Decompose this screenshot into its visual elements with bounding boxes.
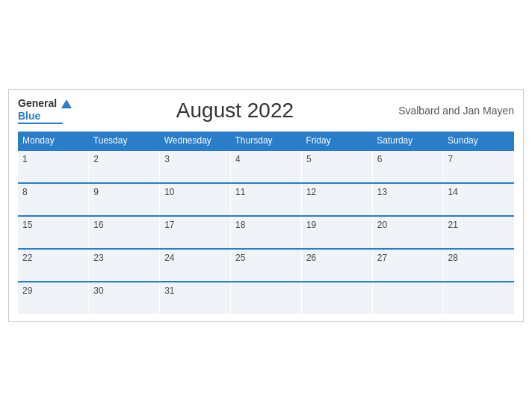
day-number: 1 <box>22 154 28 164</box>
day-number: 3 <box>164 154 170 164</box>
day-cell: 27 <box>372 249 443 282</box>
week-row-0: 1234567 <box>18 150 514 183</box>
day-number: 17 <box>164 220 174 230</box>
logo: General Blue <box>18 97 72 125</box>
day-number: 5 <box>306 154 312 164</box>
week-row-2: 15161718192021 <box>18 216 514 249</box>
day-cell <box>301 282 372 314</box>
calendar-header: General Blue August 2022 Svalbard and Ja… <box>18 97 514 125</box>
day-number: 23 <box>93 253 103 263</box>
calendar-container: General Blue August 2022 Svalbard and Ja… <box>8 89 524 323</box>
day-number: 8 <box>22 187 28 197</box>
day-number: 30 <box>93 285 103 296</box>
day-cell: 18 <box>231 216 302 249</box>
day-cell: 14 <box>443 183 514 216</box>
day-cell: 6 <box>372 150 443 183</box>
day-number: 6 <box>377 154 383 164</box>
day-cell <box>231 282 302 314</box>
day-cell: 4 <box>231 150 302 183</box>
day-number: 27 <box>377 253 387 263</box>
day-number: 7 <box>448 154 454 164</box>
day-cell: 19 <box>301 216 372 249</box>
header-sunday: Sunday <box>443 132 514 150</box>
day-cell <box>372 282 443 314</box>
day-cell: 9 <box>89 183 160 216</box>
weekday-header-row: Monday Tuesday Wednesday Thursday Friday… <box>18 132 514 150</box>
day-cell: 1 <box>18 150 89 183</box>
day-cell: 10 <box>160 183 231 216</box>
day-cell: 29 <box>18 282 89 314</box>
day-cell: 21 <box>443 216 514 249</box>
day-cell: 20 <box>372 216 443 249</box>
logo-triangle-icon <box>61 99 72 108</box>
day-number: 15 <box>22 220 32 230</box>
calendar-table: Monday Tuesday Wednesday Thursday Friday… <box>18 132 514 314</box>
day-cell: 28 <box>443 249 514 282</box>
day-number: 24 <box>164 253 174 263</box>
day-number: 14 <box>448 187 458 197</box>
day-cell: 23 <box>89 249 160 282</box>
header-wednesday: Wednesday <box>160 132 231 150</box>
week-row-4: 293031 <box>18 282 514 314</box>
header-thursday: Thursday <box>231 132 302 150</box>
day-number: 31 <box>164 285 174 296</box>
logo-blue: Blue <box>18 110 40 122</box>
week-row-3: 22232425262728 <box>18 249 514 282</box>
day-cell: 3 <box>160 150 231 183</box>
day-number: 18 <box>235 220 245 230</box>
day-cell: 24 <box>160 249 231 282</box>
day-number: 12 <box>306 187 316 197</box>
day-cell: 30 <box>89 282 160 314</box>
day-number: 10 <box>164 187 174 197</box>
header-monday: Monday <box>18 132 89 150</box>
day-cell: 5 <box>301 150 372 183</box>
day-cell: 17 <box>160 216 231 249</box>
logo-text: General <box>18 97 72 110</box>
day-number: 9 <box>93 187 99 197</box>
region-label: Svalbard and Jan Mayen <box>398 105 514 117</box>
day-cell: 8 <box>18 183 89 216</box>
week-row-1: 891011121314 <box>18 183 514 216</box>
logo-blue-line: Blue <box>18 110 40 123</box>
day-number: 19 <box>306 220 316 230</box>
day-cell: 22 <box>18 249 89 282</box>
day-number: 28 <box>448 253 458 263</box>
day-cell: 2 <box>89 150 160 183</box>
day-number: 21 <box>448 220 458 230</box>
calendar-thead: Monday Tuesday Wednesday Thursday Friday… <box>18 132 514 150</box>
logo-general: General <box>18 97 57 109</box>
day-number: 16 <box>93 220 103 230</box>
day-number: 25 <box>235 253 245 263</box>
calendar-title: August 2022 <box>72 99 398 123</box>
logo-underline <box>18 123 63 124</box>
header-saturday: Saturday <box>372 132 443 150</box>
day-cell: 15 <box>18 216 89 249</box>
day-number: 13 <box>377 187 387 197</box>
day-number: 22 <box>22 253 32 263</box>
day-cell <box>443 282 514 314</box>
day-cell: 26 <box>301 249 372 282</box>
day-number: 11 <box>235 187 245 197</box>
header-tuesday: Tuesday <box>89 132 160 150</box>
day-cell: 12 <box>301 183 372 216</box>
day-cell: 25 <box>231 249 302 282</box>
day-cell: 31 <box>160 282 231 314</box>
day-cell: 16 <box>89 216 160 249</box>
day-cell: 11 <box>231 183 302 216</box>
day-cell: 13 <box>372 183 443 216</box>
day-number: 2 <box>93 154 99 164</box>
day-number: 29 <box>22 285 32 296</box>
day-number: 4 <box>235 154 241 164</box>
day-number: 26 <box>306 253 316 263</box>
header-friday: Friday <box>301 132 372 150</box>
calendar-body: 1234567891011121314151617181920212223242… <box>18 150 514 314</box>
day-cell: 7 <box>443 150 514 183</box>
day-number: 20 <box>377 220 387 230</box>
